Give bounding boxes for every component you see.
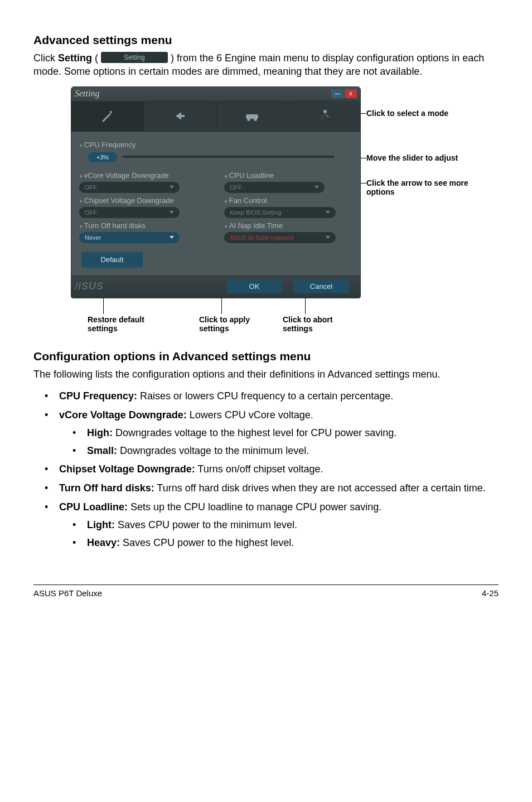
list-item: CPU Loadline: Sets up the CPU loadline t… xyxy=(50,500,499,551)
svg-marker-0 xyxy=(102,113,111,122)
callout-apply: Click to apply settings xyxy=(199,315,250,333)
callout-click-arrow: Click the arrow to see more options xyxy=(366,178,472,197)
advanced-settings-heading: Advanced settings menu xyxy=(33,33,499,47)
chipset-downgrade-label: Chipset Voltage Downgrade xyxy=(79,196,207,205)
mode-tabs xyxy=(71,102,360,132)
list-item: High: Downgrades voltage to the highest … xyxy=(78,426,499,441)
fan-control-label: Fan Control xyxy=(224,196,352,205)
bottom-bar: /ISUS OK Cancel xyxy=(71,276,360,298)
chipset-downgrade-dropdown[interactable]: OFF xyxy=(79,207,180,218)
vcore-downgrade-label: vCore Voltage Downgrade xyxy=(79,171,207,180)
mode-tab-1[interactable] xyxy=(71,102,144,131)
list-item: vCore Voltage Downgrade: Lowers CPU vCor… xyxy=(50,408,499,459)
vcore-downgrade-dropdown[interactable]: OFF xyxy=(79,182,180,193)
para-paren: ( xyxy=(95,52,98,64)
window-title: Setting xyxy=(75,89,99,99)
list-item: Light: Saves CPU power to the minimum le… xyxy=(78,518,499,533)
chevron-down-icon xyxy=(326,211,330,214)
svg-rect-2 xyxy=(180,115,185,117)
advanced-settings-paragraph: Click Setting ( Setting ) from the 6 Eng… xyxy=(33,51,499,79)
settings-content: CPU Frequency +3% vCore Voltage Downgrad… xyxy=(71,132,360,276)
turn-off-hdd-label: Turn Off hard disks xyxy=(79,221,207,230)
cancel-button[interactable]: Cancel xyxy=(293,280,349,293)
chevron-down-icon xyxy=(170,211,174,214)
config-options-heading: Configuration options in Advanced settin… xyxy=(33,350,499,363)
ai-nap-dropdown[interactable]: ASUS AI Suite required xyxy=(224,232,336,243)
list-item: CPU Frequency: Raises or lowers CPU freq… xyxy=(50,389,499,404)
svg-point-6 xyxy=(323,110,327,113)
cpu-frequency-slider[interactable]: +3% xyxy=(88,152,117,162)
inline-setting-button: Setting xyxy=(101,52,168,63)
mode-tab-4[interactable] xyxy=(288,102,360,131)
run-icon xyxy=(317,109,332,123)
chevron-down-icon xyxy=(170,236,174,239)
titlebar: Setting — x xyxy=(71,87,360,102)
para-pre: Click xyxy=(33,52,58,64)
ai-nap-label: AI Nap Idle Time xyxy=(224,221,352,230)
setting-window: Setting — x CPU Frequency +3% xyxy=(71,86,361,298)
chevron-down-icon xyxy=(170,186,174,189)
fan-control-dropdown[interactable]: Keep BIOS Setting xyxy=(224,207,336,218)
default-button[interactable]: Default xyxy=(81,252,143,268)
wand-icon xyxy=(100,109,114,123)
turn-off-hdd-dropdown[interactable]: Never xyxy=(79,232,180,243)
list-item: Turn Off hard disks: Turns off hard disk… xyxy=(50,481,499,496)
mode-tab-3[interactable] xyxy=(216,102,289,131)
car-icon xyxy=(244,109,260,123)
para-bold-setting: Setting xyxy=(58,52,92,64)
bottom-callouts: Restore default settings Click to apply … xyxy=(71,315,361,333)
ok-button[interactable]: OK xyxy=(226,280,282,293)
list-item: Small: Downgrades voltage to the minimum… xyxy=(78,443,499,459)
svg-point-4 xyxy=(247,118,250,121)
cpu-frequency-label: CPU Frequency xyxy=(79,141,352,149)
callout-move-slider: Move the slider to adjust xyxy=(366,153,461,163)
config-options-list: CPU Frequency: Raises or lowers CPU freq… xyxy=(33,389,499,551)
minimize-button[interactable]: — xyxy=(331,89,344,98)
config-options-paragraph: The following lists the configuration op… xyxy=(33,368,499,381)
page-footer: ASUS P6T Deluxe 4-25 xyxy=(33,584,499,598)
svg-point-1 xyxy=(110,111,112,113)
list-item: Heavy: Saves CPU power to the highest le… xyxy=(78,535,499,551)
callout-abort: Click to abort settings xyxy=(283,315,332,333)
callout-restore-default: Restore default settings xyxy=(88,315,144,333)
close-button[interactable]: x xyxy=(345,89,357,98)
cpu-frequency-track[interactable] xyxy=(123,156,335,158)
callout-select-mode: Click to select a mode xyxy=(366,109,461,118)
back-arrow-icon xyxy=(172,109,187,123)
footer-left: ASUS P6T Deluxe xyxy=(33,588,102,598)
chevron-down-icon xyxy=(315,186,319,189)
svg-point-5 xyxy=(254,118,257,121)
settings-dialog-diagram: Click to select a mode Move the slider t… xyxy=(54,86,478,333)
cpu-loadline-dropdown[interactable]: OFF xyxy=(224,182,325,193)
list-item: Chipset Voltage Downgrade: Turns on/off … xyxy=(50,462,499,477)
cpu-loadline-label: CPU Loadline xyxy=(224,171,352,180)
asus-logo: /ISUS xyxy=(75,281,104,292)
mode-tab-2[interactable] xyxy=(144,102,216,131)
footer-right: 4-25 xyxy=(482,588,499,598)
chevron-down-icon xyxy=(326,236,330,239)
